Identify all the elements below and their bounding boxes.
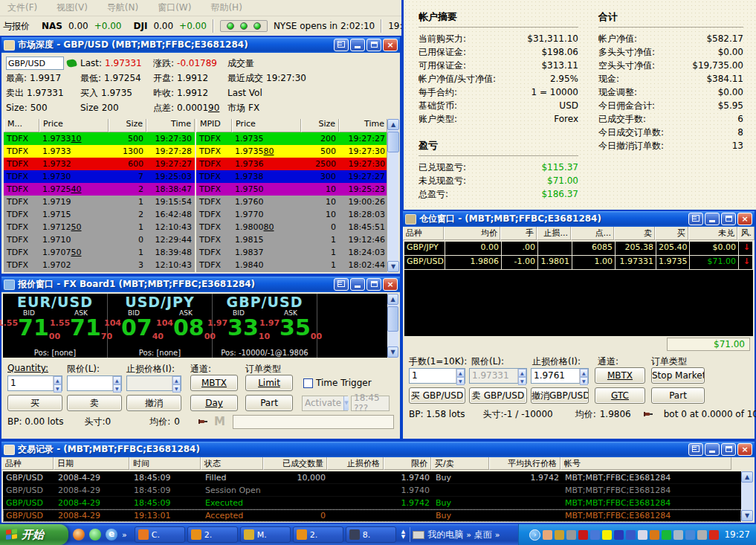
- taskbar-window-button[interactable]: M.: [240, 526, 291, 543]
- yellow-note-icon[interactable]: [602, 530, 612, 540]
- column-header[interactable]: 买/卖: [431, 457, 489, 470]
- depth-row[interactable]: TDFX1.97701018:28:03: [196, 208, 388, 221]
- pin-icon[interactable]: [198, 416, 208, 427]
- positions-titlebar[interactable]: 仓位窗口 - (MBT;MBT;FFBC;E3681284) ×: [403, 211, 755, 227]
- depth-row[interactable]: TDFX1.973260019:27:27: [4, 158, 195, 170]
- fx-quote-tile[interactable]: GBP/USDBIDASK1.9733101.973500Pos: -10000…: [213, 294, 317, 358]
- limit-price-input[interactable]: [68, 376, 112, 390]
- chevron-icon[interactable]: »: [122, 530, 127, 540]
- quote-link-label[interactable]: 与报价: [3, 20, 30, 33]
- menu-item[interactable]: 导航(N): [107, 1, 138, 14]
- step-down-icon[interactable]: ▼: [113, 384, 121, 393]
- bid-price[interactable]: 1.557100: [3, 317, 55, 344]
- media-player-icon[interactable]: [73, 529, 85, 541]
- fx-board-titlebar[interactable]: 报价窗口 - FX Board1 (MBT;MBT;FFBC;E3681284)…: [1, 277, 400, 292]
- scroll-thumb[interactable]: [387, 132, 399, 152]
- volume-icon[interactable]: [697, 530, 707, 540]
- column-header[interactable]: 止损价格: [327, 457, 384, 470]
- security-shield-icon[interactable]: [709, 530, 719, 540]
- menu-item[interactable]: 帮助(H): [210, 1, 242, 14]
- step-up-icon[interactable]: ▲: [54, 376, 62, 384]
- trade-row[interactable]: GBP/USD2008-4-2918:45:09Filled10,0001.97…: [3, 471, 741, 484]
- column-header[interactable]: 日期: [54, 457, 129, 470]
- column-header[interactable]: 均价: [444, 227, 500, 240]
- buy-button[interactable]: 买: [7, 395, 62, 411]
- close-button[interactable]: ×: [737, 443, 752, 456]
- step-down-icon[interactable]: ▼: [456, 377, 465, 385]
- taskbar-window-button[interactable]: 2.: [187, 526, 238, 543]
- fx-quote-tile[interactable]: USD/JPYBIDASK10407401040800Pos: [none]: [108, 294, 213, 358]
- sell-button[interactable]: 卖 GBP/USD: [469, 387, 527, 404]
- internet-explorer-icon[interactable]: e: [106, 529, 117, 541]
- maximize-button[interactable]: [721, 213, 736, 225]
- windows-blue-icon[interactable]: [590, 530, 600, 540]
- tif-button[interactable]: Day: [190, 395, 238, 411]
- column-header[interactable]: 手: [500, 227, 537, 240]
- part-button[interactable]: Part: [245, 395, 293, 411]
- column-header[interactable]: 止损...: [537, 227, 571, 240]
- maximize-button[interactable]: [366, 39, 381, 51]
- speaker-orange-icon[interactable]: [650, 530, 659, 540]
- depth-row[interactable]: TDFX1.9840118:02:44: [196, 259, 388, 271]
- lots-input[interactable]: [410, 369, 456, 383]
- minimize-button[interactable]: [350, 278, 365, 291]
- column-header[interactable]: 帐号: [560, 457, 731, 470]
- column-header[interactable]: 品种: [1, 457, 54, 470]
- updown-green-icon[interactable]: [662, 530, 671, 540]
- tif-button[interactable]: GTC: [595, 387, 645, 404]
- column-header[interactable]: 时间: [129, 457, 201, 470]
- blue-round-icon[interactable]: [626, 530, 636, 540]
- scroll-up-icon[interactable]: ▲: [387, 294, 398, 305]
- maximize-button[interactable]: [721, 443, 736, 456]
- ask-price[interactable]: 1040800: [160, 317, 212, 344]
- shield-v-icon[interactable]: [614, 530, 624, 540]
- depth-row[interactable]: TDFX1.97601019:00:26: [196, 196, 388, 208]
- stop-price-input[interactable]: [532, 369, 579, 383]
- minimize-button[interactable]: [705, 443, 720, 456]
- lots-stepper[interactable]: ▲▼: [409, 368, 465, 384]
- layout-button[interactable]: [334, 39, 349, 51]
- order-type-button[interactable]: Limit: [245, 375, 293, 391]
- part-button[interactable]: Part: [651, 387, 705, 404]
- trade-row[interactable]: GBP/USD2008-4-2919:13:01Accepted0BuyMBT;…: [3, 509, 741, 522]
- depth-row[interactable]: TDFX1.9715216:42:48: [4, 208, 195, 221]
- taskbar-window-button[interactable]: C.: [135, 526, 185, 543]
- green-player-icon[interactable]: [89, 529, 101, 541]
- minimize-button[interactable]: [705, 213, 720, 225]
- maximize-button[interactable]: [366, 278, 381, 291]
- close-button[interactable]: ×: [737, 213, 752, 225]
- taskbar-window-button[interactable]: 2.: [293, 526, 343, 543]
- column-header[interactable]: Price: [232, 119, 301, 132]
- buy-button[interactable]: 买 GBP/USD: [409, 387, 465, 404]
- bid-price[interactable]: 1040740: [108, 317, 160, 344]
- layout-button[interactable]: [688, 213, 703, 225]
- column-header[interactable]: 状态: [201, 457, 263, 470]
- market-depth-titlebar[interactable]: 市场深度 - GBP/USD (MBT;MBT;FFBC;E3681284) ×: [1, 37, 400, 53]
- stop-price-stepper[interactable]: ▲▼: [531, 368, 589, 384]
- position-row[interactable]: GBP/JPY0.00.006085205.38205.40$0.00↓: [404, 242, 753, 256]
- close-button[interactable]: ×: [383, 39, 398, 51]
- minimize-button[interactable]: [350, 39, 365, 51]
- column-header[interactable]: MPID: [196, 119, 232, 132]
- step-up-icon[interactable]: ▲: [113, 376, 121, 384]
- quantity-stepper[interactable]: ▲▼: [7, 375, 62, 391]
- column-header[interactable]: Price: [39, 119, 109, 132]
- depth-row[interactable]: TDFX1.971250112:10:43: [4, 221, 195, 233]
- menu-item[interactable]: 窗口(W): [158, 1, 191, 14]
- depth-row[interactable]: TDFX1.973830019:27:27: [196, 170, 388, 183]
- scroll-thumb[interactable]: [387, 306, 398, 332]
- striped-card-icon[interactable]: [638, 530, 647, 540]
- symbol-input[interactable]: [6, 57, 64, 70]
- depth-row[interactable]: TDFX1.9837118:24:03: [196, 246, 388, 259]
- depth-row[interactable]: TDFX1.9719119:15:54: [4, 196, 195, 208]
- keyboard-icon[interactable]: [413, 531, 424, 539]
- cancel-button[interactable]: 撤消GBP/USD: [531, 387, 589, 404]
- scroll-down-icon[interactable]: ▼: [387, 261, 399, 272]
- depth-row[interactable]: TDFX1.9815119:12:46: [196, 233, 388, 246]
- cancel-button[interactable]: 撤消: [126, 395, 181, 411]
- column-header[interactable]: 风.: [737, 227, 755, 240]
- depth-row[interactable]: TDFX1.97331050019:27:30: [4, 132, 195, 145]
- pin-icon[interactable]: [643, 409, 653, 419]
- menu-item[interactable]: 视图(V): [56, 1, 88, 14]
- depth-row[interactable]: TDFX1.97501019:25:23: [196, 183, 388, 196]
